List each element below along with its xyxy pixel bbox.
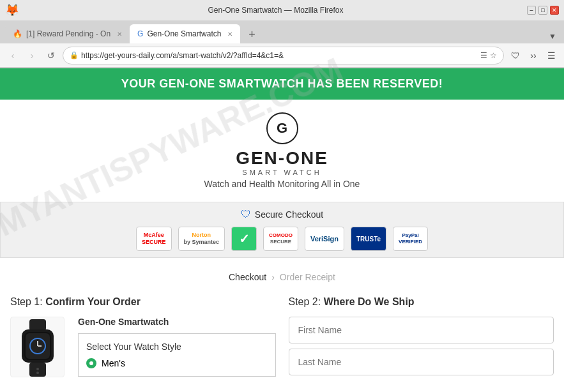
product-area: Gen-One Smartwatch Select Your Watch Sty… bbox=[10, 317, 276, 377]
tab-bar: 🔥 [1] Reward Pending - On ✕ G Gen-One Sm… bbox=[0, 20, 564, 43]
trust-badges: McAfeeSECURE Nortonby Symantec ✓ COMODOS… bbox=[7, 227, 557, 251]
watch-style-box: Select Your Watch Style Men's bbox=[78, 333, 276, 377]
last-name-input[interactable] bbox=[289, 349, 554, 375]
minimize-button[interactable]: – bbox=[527, 6, 536, 15]
truste-badge: TRUSTe bbox=[351, 227, 386, 251]
steps-container: Step 1: Confirm Your Order bbox=[0, 290, 564, 387]
close-button[interactable]: ✕ bbox=[550, 6, 559, 15]
step1-title: Step 1: Confirm Your Order bbox=[10, 296, 276, 308]
tab-list-button[interactable]: ▼ bbox=[546, 29, 559, 43]
step2: Step 2: Where Do We Ship bbox=[289, 296, 554, 381]
browser-chrome: 🦊 Gen-One Smartwatch — Mozilla Firefox –… bbox=[0, 0, 564, 68]
security-bar: 🛡 Secure Checkout McAfeeSECURE Nortonby … bbox=[0, 202, 564, 258]
svg-rect-0 bbox=[29, 319, 46, 331]
reader-icon[interactable]: ☰ bbox=[480, 51, 487, 60]
product-details: Gen-One Smartwatch Select Your Watch Sty… bbox=[78, 317, 276, 377]
paypal-badge: PayPalVERIFIED bbox=[393, 227, 428, 251]
radio-inner bbox=[89, 361, 93, 365]
order-receipt-breadcrumb: Order Receipt bbox=[280, 272, 335, 282]
tab-genone-label: Gen-One Smartwatch bbox=[147, 29, 221, 38]
mcafee-badge: McAfeeSECURE bbox=[136, 227, 172, 251]
checkout-breadcrumb: Checkout bbox=[229, 272, 266, 282]
brand-name: GEN-ONE bbox=[6, 148, 558, 169]
watch-svg bbox=[15, 319, 60, 377]
product-name: Gen-One Smartwatch bbox=[78, 317, 276, 327]
step2-title: Step 2: Where Do We Ship bbox=[289, 296, 554, 308]
bookmark-icon[interactable]: ☆ bbox=[490, 51, 497, 60]
watch-style-label: Select Your Watch Style bbox=[86, 342, 268, 352]
breadcrumb-arrow: › bbox=[271, 272, 275, 282]
secure-checkout-label: 🛡 Secure Checkout bbox=[7, 209, 557, 220]
new-tab-button[interactable]: + bbox=[243, 26, 261, 43]
forward-button[interactable]: › bbox=[24, 48, 40, 63]
lock-icon: 🔒 bbox=[70, 51, 79, 59]
address-bar[interactable]: 🔒 https://get-yours-daily.com/a/smart-wa… bbox=[63, 47, 504, 64]
tab-genone[interactable]: G Gen-One Smartwatch ✕ bbox=[130, 24, 240, 43]
address-bar-icons: ☰ ☆ bbox=[480, 51, 497, 60]
window-controls: – □ ✕ bbox=[527, 6, 559, 15]
breadcrumb: Checkout › Order Receipt bbox=[0, 264, 564, 290]
firefox-icon: 🦊 bbox=[5, 3, 19, 17]
first-name-input[interactable] bbox=[289, 317, 554, 343]
maximize-button[interactable]: □ bbox=[538, 6, 547, 15]
refresh-button[interactable]: ↺ bbox=[43, 48, 59, 63]
mens-label: Men's bbox=[102, 358, 125, 368]
brand-logo-g: G bbox=[266, 112, 298, 144]
nav-right: 🛡 ›› ☰ bbox=[508, 48, 559, 63]
brand-tagline: Watch and Health Monitoring All in One bbox=[6, 179, 558, 189]
comodo-badge: COMODOSECURE bbox=[263, 227, 298, 251]
radio-mens[interactable] bbox=[86, 358, 96, 368]
title-bar: 🦊 Gen-One Smartwatch — Mozilla Firefox –… bbox=[0, 0, 564, 20]
back-button[interactable]: ‹ bbox=[5, 48, 20, 63]
tab-genone-close[interactable]: ✕ bbox=[227, 31, 232, 38]
verisign-badge: VeriSign bbox=[305, 227, 344, 251]
shield-secure-icon: 🛡 bbox=[241, 209, 251, 220]
step1: Step 1: Confirm Your Order bbox=[10, 296, 276, 381]
svg-point-8 bbox=[36, 368, 39, 370]
tab-reward[interactable]: 🔥 [1] Reward Pending - On ✕ bbox=[5, 24, 130, 43]
url-text: https://get-yours-daily.com/a/smart-watc… bbox=[81, 51, 478, 60]
step2-title-bold: Where Do We Ship bbox=[324, 296, 415, 307]
reservation-banner: YOUR GEN-ONE SMARTWATCH HAS BEEN RESERVE… bbox=[0, 68, 564, 100]
checkmark-badge: ✓ bbox=[231, 227, 257, 251]
hamburger-menu-button[interactable]: ☰ bbox=[544, 48, 559, 63]
watch-image bbox=[10, 317, 65, 377]
svg-point-9 bbox=[36, 372, 39, 374]
norton-badge: Nortonby Symantec bbox=[178, 227, 225, 251]
nav-bar: ‹ › ↺ 🔒 https://get-yours-daily.com/a/sm… bbox=[0, 43, 564, 68]
overflow-menu-button[interactable]: ›› bbox=[526, 48, 541, 63]
step1-title-bold: Confirm Your Order bbox=[45, 296, 141, 307]
tab-reward-favicon: 🔥 bbox=[13, 29, 22, 38]
brand-sub: SMART WATCH bbox=[6, 169, 558, 176]
style-option-mens[interactable]: Men's bbox=[86, 358, 268, 368]
product-image bbox=[10, 317, 68, 377]
tab-reward-label: [1] Reward Pending - On bbox=[26, 29, 111, 38]
logo-area: G GEN-ONE SMART WATCH Watch and Health M… bbox=[0, 100, 564, 195]
tab-reward-close[interactable]: ✕ bbox=[117, 31, 122, 38]
page-content: YOUR GEN-ONE SMARTWATCH HAS BEEN RESERVE… bbox=[0, 68, 564, 387]
tab-genone-favicon: G bbox=[137, 29, 143, 38]
window-title: Gen-One Smartwatch — Mozilla Firefox bbox=[24, 6, 527, 15]
shield-icon[interactable]: 🛡 bbox=[508, 48, 523, 63]
